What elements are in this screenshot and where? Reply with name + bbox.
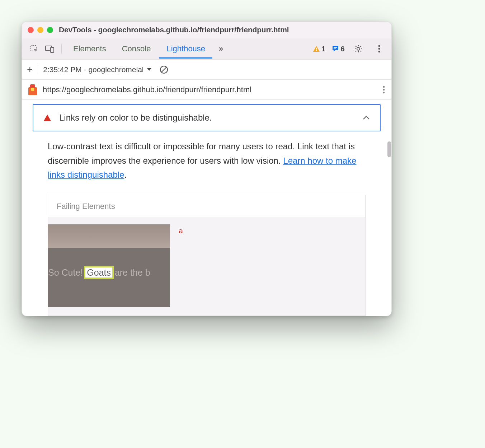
report-selector[interactable]: 2:35:42 PM - googlechromelal xyxy=(43,65,151,74)
svg-point-7 xyxy=(378,45,380,47)
report-menu-icon[interactable] xyxy=(383,86,385,94)
device-mode-icon[interactable] xyxy=(43,42,57,56)
messages-badge[interactable]: 6 xyxy=(332,45,345,53)
more-options-icon[interactable] xyxy=(372,42,386,56)
tab-elements[interactable]: Elements xyxy=(66,39,113,59)
lighthouse-icon xyxy=(28,84,37,95)
settings-icon[interactable] xyxy=(351,42,366,56)
svg-rect-2 xyxy=(51,47,54,52)
window-title: DevTools - googlechromelabs.github.io/fr… xyxy=(59,25,289,34)
chevron-down-icon xyxy=(147,68,152,71)
svg-rect-5 xyxy=(334,47,337,48)
svg-point-14 xyxy=(383,92,385,93)
scrollbar-thumb[interactable] xyxy=(387,141,391,157)
window-controls xyxy=(28,27,53,33)
svg-rect-4 xyxy=(316,50,317,51)
svg-rect-6 xyxy=(334,48,336,49)
audit-title: Links rely on color to be distinguishabl… xyxy=(59,113,212,123)
clear-report-icon[interactable] xyxy=(157,62,171,77)
warning-icon xyxy=(313,46,320,52)
report-url: https://googlechromelabs.github.io/frien… xyxy=(43,85,251,94)
tab-lighthouse[interactable]: Lighthouse xyxy=(159,39,212,59)
report-content: Links rely on color to be distinguishabl… xyxy=(22,100,391,316)
devtools-toolbar: Elements Console Lighthouse » 1 6 xyxy=(22,38,391,60)
devtools-window: DevTools - googlechromelabs.github.io/fr… xyxy=(22,22,392,316)
lighthouse-subbar: + 2:35:42 PM - googlechromelal xyxy=(22,60,391,80)
inspect-element-icon[interactable] xyxy=(27,42,41,56)
maximize-window-button[interactable] xyxy=(47,27,53,33)
window-titlebar: DevTools - googlechromelabs.github.io/fr… xyxy=(22,22,391,38)
svg-point-12 xyxy=(383,86,385,88)
failing-elements-section: Failing Elements So Cute! Goats are the … xyxy=(48,195,366,316)
svg-point-9 xyxy=(378,51,380,52)
chevron-up-icon xyxy=(363,116,370,120)
warnings-badge[interactable]: 1 xyxy=(313,45,326,53)
new-report-button[interactable]: + xyxy=(27,64,33,75)
highlighted-link: Goats xyxy=(85,267,112,277)
svg-point-8 xyxy=(378,48,380,50)
audit-item[interactable]: Links rely on color to be distinguishabl… xyxy=(33,104,381,131)
element-tag-label[interactable]: a xyxy=(179,224,183,235)
tab-console[interactable]: Console xyxy=(115,39,158,59)
error-triangle-icon xyxy=(43,114,51,121)
report-urlbar: https://googlechromelabs.github.io/frien… xyxy=(22,80,391,100)
element-screenshot[interactable]: So Cute! Goats are the b xyxy=(48,224,170,307)
message-icon xyxy=(332,45,339,52)
failing-elements-header: Failing Elements xyxy=(48,195,365,218)
minimize-window-button[interactable] xyxy=(37,27,43,33)
audit-description: Low-contrast text is difficult or imposs… xyxy=(33,131,381,185)
more-tabs-icon[interactable]: » xyxy=(214,42,228,56)
close-window-button[interactable] xyxy=(28,27,34,33)
svg-line-11 xyxy=(161,67,166,72)
svg-point-13 xyxy=(383,89,385,90)
svg-rect-3 xyxy=(316,48,317,50)
